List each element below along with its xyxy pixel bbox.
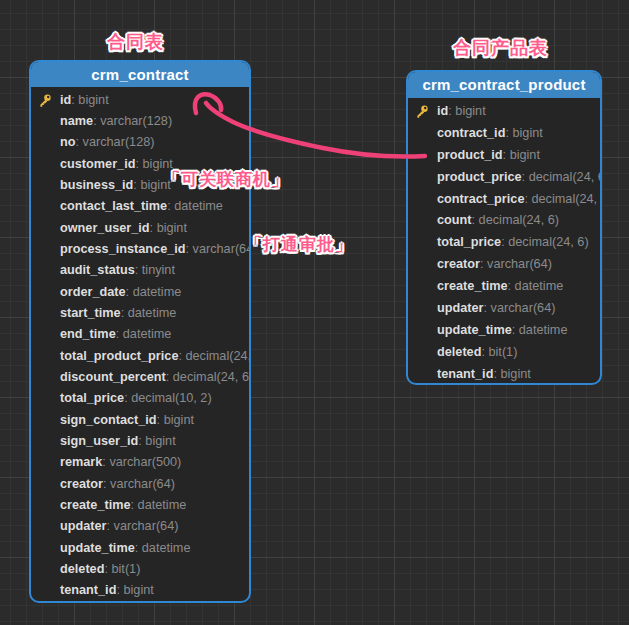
table-crm-contract-header[interactable]: crm_contract — [31, 62, 249, 87]
field-row[interactable]: update_timedatetime — [31, 537, 249, 558]
diagram-canvas[interactable]: crm_contract idbigint — [0, 0, 629, 625]
field-name: deleted — [437, 345, 481, 359]
field-name: remark — [60, 455, 102, 469]
field-row[interactable]: end_timedatetime — [31, 324, 249, 345]
field-type: datetime — [121, 306, 177, 320]
field-name: order_date — [60, 285, 126, 299]
field-type: varchar(64) — [186, 242, 251, 256]
field-row[interactable]: product_pricedecimal(24, 6) — [408, 166, 600, 188]
field-type: bit(1) — [104, 562, 140, 576]
field-type: datetime — [135, 541, 191, 555]
field-row[interactable]: order_datedatetime — [31, 281, 249, 302]
field-name: create_time — [437, 279, 508, 293]
field-row[interactable]: deletedbit(1) — [31, 558, 249, 579]
field-name: process_instance_id — [60, 242, 186, 256]
field-type: decimal(10, 2) — [124, 391, 211, 405]
field-name: updater — [437, 301, 484, 315]
field-name: sign_contact_id — [60, 413, 157, 427]
field-row[interactable]: audit_statustinyint — [31, 260, 249, 281]
field-type: bigint — [503, 148, 540, 162]
field-row[interactable]: contact_last_timedatetime — [31, 196, 249, 217]
field-name: contact_last_time — [60, 199, 167, 213]
field-type: varchar(128) — [76, 135, 155, 149]
field-type: datetime — [512, 323, 568, 337]
field-row[interactable]: remarkvarchar(500) — [31, 452, 249, 473]
field-name: total_price — [60, 391, 124, 405]
field-type: varchar(64) — [107, 519, 179, 533]
field-name: update_time — [60, 541, 135, 555]
table-title-contract-product[interactable]: 合同产品表 — [453, 38, 548, 60]
field-type: varchar(64) — [103, 477, 175, 491]
field-type: decimal(24, 6) — [501, 235, 588, 249]
field-row[interactable]: countdecimal(24, 6) — [408, 209, 600, 231]
field-row[interactable]: product_idbigint — [408, 144, 600, 166]
table-title-contract[interactable]: 合同表 — [107, 32, 164, 54]
field-row[interactable]: sign_contact_idbigint — [31, 409, 249, 430]
field-row[interactable]: contract_pricedecimal(24, 6) — [408, 188, 600, 210]
field-row[interactable]: novarchar(128) — [31, 132, 249, 153]
field-name: end_time — [60, 327, 116, 341]
field-row[interactable]: deletedbit(1) — [408, 341, 600, 363]
field-row[interactable]: create_timedatetime — [31, 494, 249, 515]
field-row[interactable]: updatervarchar(64) — [31, 516, 249, 537]
field-row[interactable]: total_pricedecimal(24, 6) — [408, 231, 600, 253]
field-row[interactable]: process_instance_idvarchar(64) — [31, 238, 249, 259]
field-type: datetime — [116, 327, 172, 341]
field-type: varchar(64) — [484, 301, 556, 315]
field-name: contract_id — [437, 126, 505, 140]
field-type: bigint — [116, 583, 153, 597]
annotation-audit-flow[interactable]: 「打通审批」 — [245, 235, 353, 255]
field-row[interactable]: owner_user_idbigint — [31, 217, 249, 238]
field-type: datetime — [167, 199, 223, 213]
field-row[interactable]: updatervarchar(64) — [408, 297, 600, 319]
field-name: update_time — [437, 323, 512, 337]
field-name: customer_id — [60, 157, 135, 171]
annotation-business-link[interactable]: 「可关联商机」 — [163, 170, 289, 190]
field-row[interactable]: contract_idbigint — [408, 122, 600, 144]
field-name: contract_price — [437, 192, 524, 206]
field-row[interactable]: tenant_idbigint — [408, 363, 600, 385]
field-name: name — [60, 114, 93, 128]
field-type: bigint — [505, 126, 542, 140]
table-crm-contract[interactable]: crm_contract idbigint — [29, 60, 251, 603]
field-type: tinyint — [135, 263, 175, 277]
field-type: datetime — [508, 279, 564, 293]
table-crm-contract-product-header[interactable]: crm_contract_product — [408, 72, 600, 98]
field-row[interactable]: creatorvarchar(64) — [31, 473, 249, 494]
field-type: bigint — [138, 434, 175, 448]
field-name: tenant_id — [60, 583, 116, 597]
field-type: bigint — [448, 104, 485, 118]
field-name: owner_user_id — [60, 221, 150, 235]
field-name: business_id — [60, 178, 133, 192]
table-crm-contract-rows: idbigint namevarchar(128) — [31, 87, 249, 601]
field-row[interactable]: idbigint — [31, 89, 249, 110]
field-type: bigint — [493, 367, 530, 381]
field-type: bigint — [157, 413, 194, 427]
field-row[interactable]: total_product_pricedecimal(24, 6) — [31, 345, 249, 366]
field-type: varchar(500) — [102, 455, 181, 469]
field-type: decimal(24, 6) — [522, 170, 602, 184]
field-name: id — [437, 104, 448, 118]
field-type: bigint — [135, 157, 172, 171]
field-name: count — [437, 213, 472, 227]
field-row[interactable]: start_timedatetime — [31, 302, 249, 323]
field-type: varchar(64) — [480, 257, 552, 271]
field-row[interactable]: tenant_idbigint — [31, 580, 249, 601]
field-name: deleted — [60, 562, 104, 576]
field-name: creator — [437, 257, 480, 271]
field-row[interactable]: update_timedatetime — [408, 319, 600, 341]
field-row[interactable]: total_pricedecimal(10, 2) — [31, 388, 249, 409]
primary-key-icon — [38, 93, 60, 107]
field-row[interactable]: discount_percentdecimal(24, 6) — [31, 366, 249, 387]
field-row[interactable]: create_timedatetime — [408, 275, 600, 297]
field-row[interactable]: namevarchar(128) — [31, 110, 249, 131]
field-row[interactable]: idbigint — [408, 100, 600, 122]
field-name: start_time — [60, 306, 121, 320]
field-row[interactable]: sign_user_idbigint — [31, 430, 249, 451]
field-name: id — [60, 93, 71, 107]
field-name: product_id — [437, 148, 503, 162]
field-name: tenant_id — [437, 367, 493, 381]
field-name: create_time — [60, 498, 131, 512]
field-row[interactable]: creatorvarchar(64) — [408, 253, 600, 275]
table-crm-contract-product[interactable]: crm_contract_product idbigint — [406, 70, 602, 385]
